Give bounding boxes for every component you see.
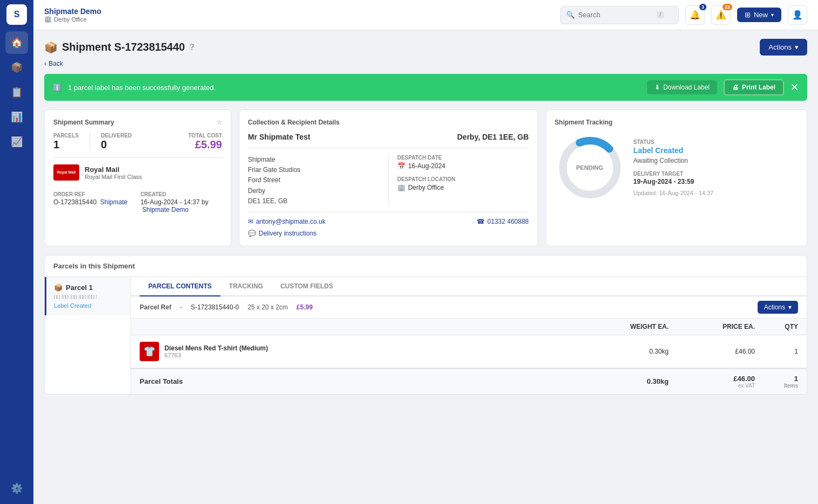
tracking-card-title: Shipment Tracking [555, 119, 798, 126]
table-row: 👕 Diesel Mens Red T-shirt (Medium) 67763… [131, 335, 807, 368]
tracking-status-value: Label Created [634, 146, 798, 155]
parcel-list: 📦 Parcel 1 Label Created [45, 277, 131, 394]
notifications-bell-button[interactable]: 🔔 3 [685, 5, 705, 25]
notifications-bell-badge: 3 [699, 4, 706, 10]
item-info: 👕 Diesel Mens Red T-shirt (Medium) 67763 [140, 342, 582, 361]
parcel-status: Label Created [54, 302, 123, 309]
order-ref-link[interactable]: Shipmate [100, 198, 128, 206]
parcel-icon: 📦 [54, 284, 63, 292]
topbar-office: 🏢 Derby Office [44, 16, 101, 23]
close-alert-button[interactable]: ✕ [790, 81, 799, 93]
shipment-summary-title: Shipment Summary ☆ [53, 119, 222, 126]
collection-card-title: Collection & Recipient Details [248, 119, 529, 126]
parcel-meta-row: Parcel Ref - S-1723815440-0 25 x 20 x 2c… [131, 296, 807, 319]
page-title-area: 📦 Shipment S-1723815440 ? [44, 41, 195, 54]
search-shortcut: / [657, 11, 664, 18]
created-row: CREATED 16-Aug-2024 - 14:37 by Shipmate … [140, 191, 222, 213]
col-weight-header: WEIGHT EA. [582, 323, 669, 330]
parcel-content: PARCEL CONTENTS TRACKING CUSTOM FIELDS P… [131, 277, 807, 394]
parcels-section-title: Parcels in this Shipment [45, 256, 807, 277]
despatch-location-value: 🏢 Derby Office [397, 184, 529, 191]
donut-label: PENDING [576, 164, 603, 171]
sidebar-item-shipments[interactable]: 📦 [5, 56, 28, 79]
download-label-button[interactable]: ⬇ Download Label [647, 80, 717, 94]
despatch-column: DESPATCH DATE 📅 16-Aug-2024 DESPATCH LOC… [389, 155, 529, 206]
collection-card: Collection & Recipient Details Mr Shipma… [239, 109, 538, 246]
plus-icon: ⊞ [745, 11, 751, 19]
email-link[interactable]: ✉ antony@shipmate.co.uk [248, 218, 326, 225]
totals-price: £46.00 ex VAT [669, 375, 755, 389]
address-column: Shipmate Friar Gate Studios Ford Street … [248, 155, 389, 206]
donut-chart: PENDING [555, 133, 625, 203]
back-link[interactable]: ‹ Back [44, 60, 807, 67]
delivery-instructions-link[interactable]: 💬 Delivery instructions [248, 230, 529, 237]
print-label-button[interactable]: 🖨 Print Label [724, 79, 784, 95]
parcel-barcode [54, 295, 97, 299]
despatch-date-value: 📅 16-Aug-2024 [397, 162, 529, 170]
contact-row: ✉ antony@shipmate.co.uk ☎ 01332 460888 [248, 212, 529, 225]
parcel-actions-button[interactable]: Actions ▾ [758, 301, 798, 314]
app-logo[interactable]: S [6, 4, 27, 25]
totals-label: Parcel Totals [140, 377, 582, 385]
star-icon[interactable]: ☆ [216, 119, 222, 126]
shipment-summary-card: Shipment Summary ☆ PARCELS 1 DELIVERED 0… [44, 109, 231, 246]
main-container: Shipmate Demo 🏢 Derby Office 🔍 / 🔔 3 ⚠️ … [33, 0, 818, 504]
tracking-info: STATUS Label Created Awaiting Collection… [634, 139, 798, 196]
parcel-item-name: 📦 Parcel 1 [54, 284, 123, 292]
recipient-name: Mr Shipmate Test [248, 133, 311, 141]
col-item-header [140, 323, 582, 330]
order-ref-row: ORDER REF O-1723815440 Shipmate [53, 191, 135, 213]
shipment-icon: 📦 [44, 41, 58, 54]
page-header: 📦 Shipment S-1723815440 ? Actions ▾ [44, 39, 807, 56]
tab-tracking[interactable]: TRACKING [221, 277, 272, 296]
search-box[interactable]: 🔍 / [560, 6, 679, 24]
tab-parcel-contents[interactable]: PARCEL CONTENTS [140, 277, 221, 296]
parcel-list-item[interactable]: 📦 Parcel 1 Label Created [45, 277, 130, 315]
alert-bar: ℹ️ 1 parcel label has been successfully … [44, 74, 807, 101]
col-qty-header: QTY [755, 323, 798, 330]
parcel-ref-value: S-1723815440-0 [191, 303, 239, 311]
item-price: £46.00 [669, 348, 755, 355]
total-cost-stat: TOTAL COST £5.99 [188, 133, 222, 151]
parcel-tabs: PARCEL CONTENTS TRACKING CUSTOM FIELDS [131, 277, 807, 296]
delivery-target-value: 19-Aug-2024 - 23:59 [634, 178, 798, 185]
notifications-warning-button[interactable]: ⚠️ 22 [711, 5, 731, 25]
carrier-row: Royal Mail Royal Mail Royal Mail First C… [53, 164, 222, 181]
sidebar-item-lists[interactable]: 📋 [5, 81, 28, 103]
page-content: 📦 Shipment S-1723815440 ? Actions ▾ ‹ Ba… [33, 30, 818, 504]
sidebar-item-analytics[interactable]: 📊 [5, 106, 28, 128]
sidebar: S 🏠 📦 📋 📊 📈 ⚙️ [0, 0, 33, 504]
new-button[interactable]: ⊞ New ▾ [737, 8, 781, 22]
sidebar-item-settings[interactable]: ⚙️ [5, 477, 28, 500]
tracking-updated: Updated: 16-Aug-2024 - 14:37 [634, 190, 798, 196]
tracking-card: Shipment Tracking PENDING STATUS Label C… [546, 109, 807, 246]
address-line-3: Ford Street [248, 175, 380, 185]
parcel-totals-row: Parcel Totals 0.30kg £46.00 ex VAT 1 Ite… [131, 368, 807, 394]
topbar-brand-name: Shipmate Demo [44, 7, 101, 16]
search-icon: 🔍 [566, 11, 575, 19]
search-input[interactable] [578, 11, 654, 19]
summary-meta: ORDER REF O-1723815440 Shipmate CREATED … [53, 187, 222, 213]
page-title: Shipment S-1723815440 [62, 41, 185, 53]
tracking-awaiting: Awaiting Collection [634, 157, 798, 164]
sidebar-item-trends[interactable]: 📈 [5, 130, 28, 153]
sidebar-item-home[interactable]: 🏠 [5, 31, 28, 54]
office-icon: 🏢 [397, 184, 405, 191]
address-line-4: Derby [248, 186, 380, 196]
address-line-2: Friar Gate Studios [248, 165, 380, 175]
tracking-content: PENDING STATUS Label Created Awaiting Co… [555, 133, 798, 203]
carrier-logo: Royal Mail [53, 164, 79, 181]
tab-custom-fields[interactable]: CUSTOM FIELDS [272, 277, 342, 296]
ref-dash: - [180, 303, 182, 311]
items-table-header: WEIGHT EA. PRICE EA. QTY [131, 319, 807, 335]
actions-button[interactable]: Actions ▾ [760, 39, 807, 56]
stat-divider [90, 133, 90, 151]
created-by-link[interactable]: Shipmate Demo [142, 206, 189, 213]
help-icon[interactable]: ? [189, 43, 195, 52]
col-price-header: PRICE EA. [669, 323, 755, 330]
item-sku: 67763 [164, 352, 268, 358]
recipient-location: Derby, DE1 1EE, GB [457, 133, 529, 141]
phone-link[interactable]: ☎ 01332 460888 [477, 218, 529, 225]
cards-row: Shipment Summary ☆ PARCELS 1 DELIVERED 0… [44, 109, 807, 246]
user-avatar-button[interactable]: 👤 [788, 5, 807, 25]
